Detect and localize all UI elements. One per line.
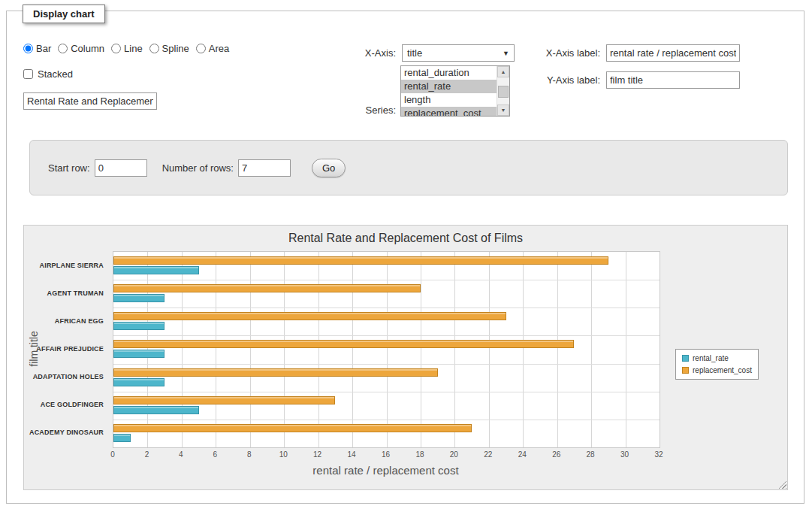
chart-type-label: Area — [209, 43, 229, 54]
chart-container: Rental Rate and Replacement Cost of Film… — [23, 225, 788, 490]
bar-rental_rate[interactable] — [113, 350, 165, 358]
x-axis-select[interactable]: title ▼ — [402, 44, 515, 62]
row-controls-panel: Start row: Number of rows: Go — [29, 140, 788, 195]
legend-item-replacement_cost[interactable]: replacement_cost — [682, 366, 752, 374]
scrollbar-thumb[interactable] — [498, 86, 509, 98]
legend-swatch — [682, 355, 689, 362]
x-gridline — [489, 252, 490, 447]
x-tick-label: 2 — [145, 450, 149, 459]
bar-rental_rate[interactable] — [113, 266, 199, 274]
series-listbox[interactable]: rental_durationrental_ratelengthreplacem… — [400, 65, 510, 117]
start-row-label: Start row: — [48, 162, 90, 174]
y-axis-label-input[interactable] — [606, 71, 740, 89]
x-gridline — [352, 252, 353, 447]
chart-legend: rental_ratereplacement_cost — [675, 349, 759, 380]
x-tick-label: 22 — [484, 450, 492, 459]
y-gridline — [113, 364, 660, 365]
x-tick-label: 16 — [382, 450, 390, 459]
listbox-scrollbar[interactable]: ▲ ▼ — [497, 66, 509, 116]
y-gridline — [113, 308, 660, 308]
x-tick-label: 10 — [279, 450, 288, 459]
chart-type-option-area[interactable]: Area — [196, 43, 229, 54]
x-gridline — [626, 252, 626, 447]
x-tick-label: 12 — [313, 450, 321, 459]
bar-rental_rate[interactable] — [113, 434, 131, 442]
category-label: AFRICAN EGG — [24, 317, 104, 325]
y-axis-label-row: Y-Axis label: — [525, 71, 740, 89]
x-axis-label-row: X-Axis label: — [525, 44, 740, 62]
chart-type-option-line[interactable]: Line — [111, 43, 143, 54]
x-tick-label: 28 — [587, 450, 595, 459]
category-label: ACE GOLDFINGER — [24, 401, 104, 408]
series-option-rental_duration[interactable]: rental_duration — [401, 66, 497, 80]
bar-replacement_cost[interactable] — [113, 312, 506, 320]
bar-replacement_cost[interactable] — [113, 340, 574, 348]
scroll-down-icon[interactable]: ▼ — [497, 105, 509, 116]
category-label: ADAPTATION HOLES — [24, 373, 104, 380]
category-label: AGENT TRUMAN — [24, 289, 104, 297]
category-axis: AIRPLANE SIERRAAGENT TRUMANAFRICAN EGGAF… — [24, 251, 108, 447]
bar-rental_rate[interactable] — [113, 294, 165, 302]
chart-type-option-bar[interactable]: Bar — [23, 43, 51, 54]
page: Display chart BarColumnLineSplineArea St… — [0, 0, 812, 512]
legend-label: replacement_cost — [693, 366, 752, 374]
x-axis-title: rental rate / replacement cost — [113, 464, 659, 477]
x-axis-ticks: 02468101214161820222426283032 — [113, 450, 659, 461]
y-gridline — [113, 392, 660, 392]
series-option-rental_rate[interactable]: rental_rate — [401, 80, 497, 93]
chart-type-radio-line[interactable] — [111, 44, 121, 53]
series-option-replacement_cost[interactable]: replacement_cost — [401, 107, 497, 116]
chart-type-radio-column[interactable] — [58, 44, 68, 53]
x-gridline — [454, 252, 455, 447]
go-button[interactable]: Go — [312, 159, 346, 177]
x-tick-label: 32 — [654, 450, 663, 459]
y-gridline — [113, 420, 660, 420]
bar-rental_rate[interactable] — [113, 378, 165, 386]
x-gridline — [591, 252, 592, 447]
bar-replacement_cost[interactable] — [113, 368, 438, 377]
chart-type-radio-bar[interactable] — [23, 44, 33, 53]
x-axis-label-input[interactable] — [606, 44, 740, 62]
legend-item-rental_rate[interactable]: rental_rate — [682, 354, 752, 362]
chart-type-radio-group: BarColumnLineSplineArea — [23, 43, 236, 54]
chart-type-option-column[interactable]: Column — [58, 43, 104, 54]
resize-handle-icon[interactable] — [777, 479, 786, 489]
x-tick-label: 6 — [213, 450, 218, 459]
x-gridline — [523, 252, 524, 447]
x-gridline — [318, 252, 319, 447]
bar-replacement_cost[interactable] — [113, 424, 472, 432]
chevron-down-icon: ▼ — [503, 50, 509, 57]
series-options: rental_durationrental_ratelengthreplacem… — [401, 66, 497, 116]
number-of-rows-input[interactable] — [238, 159, 291, 177]
x-gridline — [387, 252, 388, 447]
chart-title-input[interactable] — [23, 92, 157, 110]
stacked-option[interactable]: Stacked — [23, 68, 73, 80]
series-option-length[interactable]: length — [401, 93, 497, 107]
chart-type-option-spline[interactable]: Spline — [149, 43, 189, 54]
scroll-up-icon[interactable]: ▲ — [497, 66, 509, 77]
x-gridline — [250, 252, 251, 447]
y-gridline — [113, 335, 660, 336]
scrollbar-track[interactable] — [497, 77, 509, 105]
bar-replacement_cost[interactable] — [113, 396, 335, 404]
bar-rental_rate[interactable] — [113, 406, 199, 414]
x-tick-label: 0 — [110, 450, 115, 459]
chart-type-label: Spline — [162, 43, 189, 54]
chart-type-radio-area[interactable] — [196, 44, 206, 53]
bar-replacement_cost[interactable] — [113, 284, 421, 292]
stacked-checkbox[interactable] — [23, 69, 33, 79]
y-gridline — [113, 280, 660, 280]
x-tick-label: 8 — [247, 450, 252, 459]
category-label: AFFAIR PREJUDICE — [24, 345, 104, 353]
start-row-input[interactable] — [95, 159, 147, 177]
chart-type-radio-spline[interactable] — [149, 44, 159, 53]
bar-rental_rate[interactable] — [113, 322, 165, 330]
x-tick-label: 30 — [620, 450, 629, 459]
x-tick-label: 14 — [348, 450, 356, 459]
x-axis-row: X-Axis: title ▼ — [330, 44, 515, 62]
bar-replacement_cost[interactable] — [113, 256, 608, 265]
x-gridline — [216, 252, 216, 447]
y-axis-label-label: Y-Axis label: — [525, 74, 600, 86]
chart-type-label: Column — [71, 43, 104, 54]
legend-label: rental_rate — [693, 354, 729, 362]
